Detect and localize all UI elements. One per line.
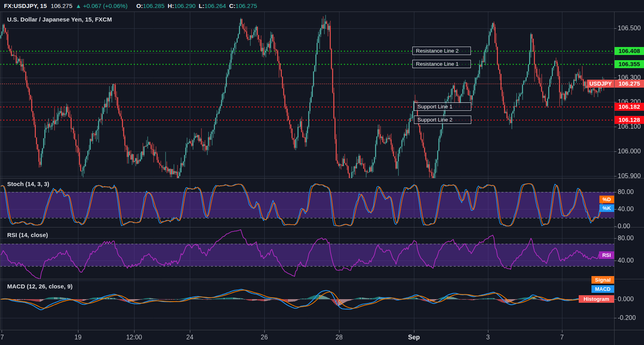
time-axis-label: 3 [476,334,500,341]
stoch-axis-label: 80.00 [618,188,634,196]
time-axis-label: 26 [252,334,276,341]
indicator-badge-k: %K [599,204,614,212]
time-axis-label: 28 [327,334,351,341]
current-price-symbol-badge: USDJPY [587,80,614,88]
rsi-axis-label: 40.00 [618,257,634,264]
time-axis-label: 24 [178,334,202,341]
level-label[interactable]: Support Line 2 [414,116,471,124]
time-axis-label: Sep [402,334,426,341]
indicator-badge-rsi: RSI [599,251,614,259]
pane-title-stoch[interactable]: Stoch (14, 3, 3) [7,180,49,187]
high-value: 106.290 [174,2,195,9]
high-label: H: [168,2,174,9]
chart-canvas[interactable] [0,0,644,345]
rsi-axis-label: 80.00 [618,235,634,242]
pane-title-rsi[interactable]: RSI (14, close) [7,231,48,238]
price-axis-badge: 106.128 [615,116,644,124]
indicator-badge-histogram: Histogram [579,295,614,303]
ohlc-bar: FX:USDJPY, 15 106.275 ▲ +0.067 (+0.06%) … [0,0,644,12]
time-axis-label: 12:00 [122,334,146,341]
time-axis-label: 7 [550,334,574,341]
macd-axis-label: -0.200 [618,314,636,321]
pane-title-macd[interactable]: MACD (12, 26, close, 9) [7,283,72,290]
pane-title-price[interactable]: U.S. Dollar / Japanese Yen, 15, FXCM [7,16,112,23]
indicator-badge-signal: Signal [591,276,614,284]
trading-chart-window: FX:USDJPY, 15 106.275 ▲ +0.067 (+0.06%) … [0,0,644,345]
price-axis-label: 106.100 [618,123,641,130]
price-axis-badge: 106.275 [615,80,644,88]
change-arrow-icon: ▲ [76,2,82,9]
stoch-axis-label: 0.00 [618,223,630,230]
macd-axis-label: 0.000 [618,296,634,303]
indicator-badge-d: %D [599,196,614,203]
level-label[interactable]: Resistance Line 1 [412,60,471,68]
open-value: 106.285 [143,2,164,9]
level-label[interactable]: Resistance Line 2 [412,47,471,55]
price-axis-badge: 106.408 [615,47,644,55]
price-axis-label: 106.000 [618,148,641,155]
level-label[interactable]: Support Line 1 [414,102,471,111]
price-axis-badge: 106.182 [615,103,644,111]
indicator-badge-macd: MACD [591,285,614,293]
time-axis-label: 19 [66,334,90,341]
last-price: 106.275 [51,2,72,9]
symbol-title[interactable]: FX:USDJPY, 15 [4,2,47,9]
stoch-axis-label: 40.00 [618,206,634,213]
close-label: C: [229,2,236,9]
close-value: 106.275 [236,2,257,9]
time-axis-label: 7 [0,334,9,341]
price-axis-label: 106.500 [618,25,641,32]
open-label: O: [136,2,143,9]
low-label: L: [199,2,204,9]
price-change: +0.067 (+0.06%) [83,2,128,9]
price-axis-label: 105.900 [618,172,641,180]
low-value: 106.264 [205,2,226,9]
price-axis-badge: 106.355 [615,60,644,68]
